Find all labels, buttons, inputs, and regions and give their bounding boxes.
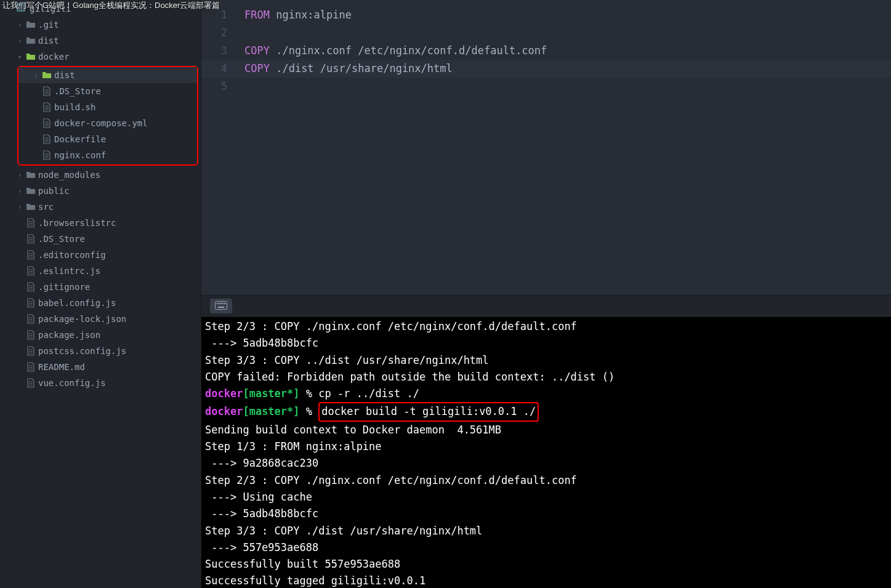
svg-rect-53 <box>220 303 222 304</box>
code-content <box>244 24 891 42</box>
file-icon <box>26 362 36 372</box>
file-icon <box>26 266 36 276</box>
line-number: 4 <box>201 60 244 78</box>
tree-file[interactable]: nginx.conf <box>18 147 197 163</box>
tree-file[interactable]: .DS_Store <box>18 83 197 99</box>
code-content: COPY ./dist /usr/share/nginx/html <box>244 60 891 78</box>
tree-item-label: .browserslistrc <box>38 218 201 228</box>
terminal-output[interactable]: Step 2/3 : COPY ./nginx.conf /etc/nginx/… <box>201 317 891 588</box>
terminal-line: Step 1/3 : FROM nginx:alpine <box>205 438 887 455</box>
tree-file[interactable]: Dockerfile <box>18 131 197 147</box>
tree-folder[interactable]: ›public <box>0 183 201 199</box>
file-icon <box>26 298 36 308</box>
terminal-line: docker[master*] % docker build -t giligi… <box>205 402 887 421</box>
tree-file[interactable]: README.md <box>0 359 201 375</box>
code-editor[interactable]: 1FROM nginx:alpine23COPY ./nginx.conf /e… <box>201 0 891 295</box>
tree-folder[interactable]: ▾docker <box>0 49 201 65</box>
tree-folder[interactable]: ›.git <box>0 17 201 33</box>
code-line[interactable]: 2 <box>201 24 891 42</box>
chevron-right-icon: › <box>16 204 23 211</box>
tree-item-label: dist <box>54 70 197 80</box>
code-line[interactable]: 4COPY ./dist /usr/share/nginx/html <box>201 60 891 78</box>
tree-file[interactable]: .gitignore <box>0 279 201 295</box>
chevron-right-icon: › <box>16 22 23 28</box>
chevron-right-icon: › <box>16 172 23 179</box>
file-icon <box>42 86 52 96</box>
folder-icon <box>26 52 36 62</box>
tree-file[interactable]: .DS_Store <box>0 231 201 247</box>
tree-folder[interactable]: ›src <box>0 199 201 215</box>
terminal-line: ---> 9a2868cac230 <box>205 455 887 472</box>
tree-item-label: README.md <box>38 362 201 372</box>
tree-item-label: babel.config.js <box>38 298 201 308</box>
tree-item-label: postcss.config.js <box>38 346 201 356</box>
file-icon <box>26 234 36 244</box>
svg-rect-56 <box>218 307 224 308</box>
tree-file[interactable]: docker-compose.yml <box>18 115 197 131</box>
tree-item-label: node_modules <box>38 170 201 180</box>
tree-file[interactable]: .editorconfig <box>0 247 201 263</box>
line-number: 2 <box>201 24 244 42</box>
tree-item-label: .DS_Store <box>38 234 201 244</box>
code-line[interactable]: 3COPY ./nginx.conf /etc/nginx/conf.d/def… <box>201 42 891 60</box>
tree-item-label: .editorconfig <box>38 250 201 260</box>
tree-file[interactable]: .browserslistrc <box>0 215 201 231</box>
tree-file[interactable]: .eslintrc.js <box>0 263 201 279</box>
tree-item-label: nginx.conf <box>54 150 197 160</box>
tree-file[interactable]: package-lock.json <box>0 311 201 327</box>
tree-item-label: .DS_Store <box>54 86 197 96</box>
file-icon <box>42 118 52 128</box>
svg-rect-51 <box>217 303 218 304</box>
terminal-line: ---> 5adb48b8bcfc <box>205 335 887 352</box>
folder-icon <box>26 170 36 180</box>
terminal-line: Step 2/3 : COPY ./nginx.conf /etc/nginx/… <box>205 318 887 335</box>
tree-file[interactable]: build.sh <box>18 99 197 115</box>
tree-file[interactable]: postcss.config.js <box>0 343 201 359</box>
tree-folder[interactable]: ›dist <box>0 33 201 49</box>
code-content: FROM nginx:alpine <box>244 6 891 24</box>
folder-icon <box>26 20 36 30</box>
tree-item-label: docker-compose.yml <box>54 118 197 128</box>
file-icon <box>26 378 36 388</box>
tree-item-label: .git <box>38 20 201 30</box>
file-icon <box>42 102 52 112</box>
code-line[interactable]: 1FROM nginx:alpine <box>201 6 891 24</box>
folder-icon <box>26 186 36 196</box>
code-line[interactable]: 5 <box>201 78 891 95</box>
terminal-line: ---> Using cache <box>205 489 887 505</box>
line-number: 5 <box>201 78 244 95</box>
terminal-line: Step 3/3 : COPY ./dist /usr/share/nginx/… <box>205 523 887 539</box>
code-content <box>244 78 891 95</box>
file-explorer[interactable]: ▾ giligili ›.git›dist▾docker ›dist.DS_St… <box>0 0 201 588</box>
svg-rect-55 <box>224 303 225 304</box>
tree-folder[interactable]: ›node_modules <box>0 167 201 183</box>
keyboard-icon <box>215 300 227 312</box>
folder-icon <box>42 70 52 80</box>
file-icon <box>42 150 52 160</box>
tree-file[interactable]: babel.config.js <box>0 295 201 311</box>
file-icon <box>26 314 36 324</box>
terminal-line: COPY failed: Forbidden path outside the … <box>205 369 887 385</box>
terminal-line: Successfully built 557e953ae688 <box>205 556 887 573</box>
svg-rect-54 <box>222 303 224 304</box>
terminal-keyboard-button[interactable] <box>210 299 232 313</box>
terminal-tabbar <box>201 295 891 317</box>
file-icon <box>26 346 36 356</box>
file-icon <box>42 134 52 144</box>
tree-item-label: dist <box>38 36 201 46</box>
folder-icon <box>26 202 36 212</box>
tree-item-label: Dockerfile <box>54 134 197 144</box>
tree-folder[interactable]: ›dist <box>18 67 197 83</box>
file-icon <box>26 330 36 340</box>
line-number: 3 <box>201 42 244 60</box>
chevron-right-icon: › <box>16 38 23 44</box>
tree-file[interactable]: package.json <box>0 327 201 343</box>
file-icon <box>26 218 36 228</box>
folder-icon <box>26 36 36 46</box>
file-icon <box>26 282 36 292</box>
tree-item-label: .eslintrc.js <box>38 266 201 276</box>
tree-item-label: public <box>38 186 201 196</box>
file-icon <box>26 250 36 260</box>
highlighted-command: docker build -t giligili:v0.0.1 ./ <box>318 402 539 421</box>
tree-file[interactable]: vue.config.js <box>0 375 201 391</box>
